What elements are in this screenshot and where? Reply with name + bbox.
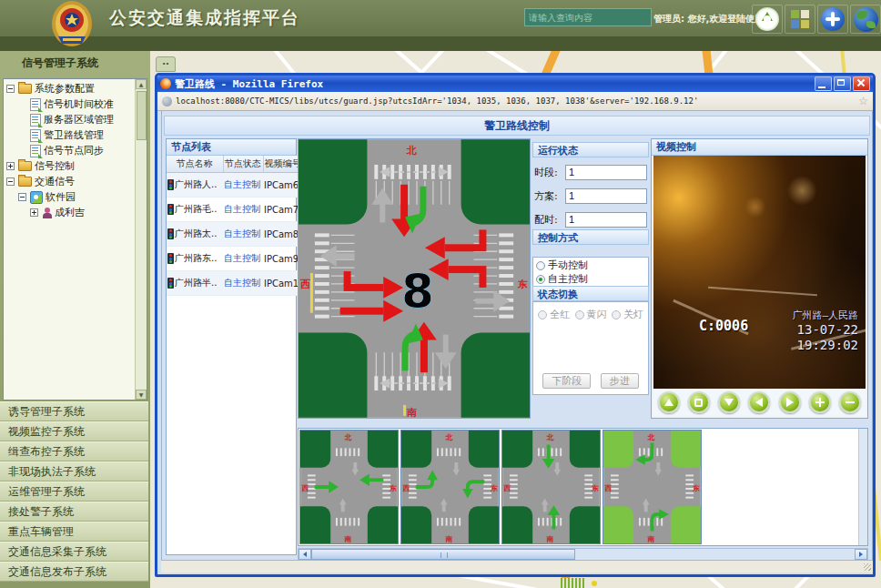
control-mode-option[interactable]: 手动控制: [536, 259, 645, 272]
node-table-body: 广州路人..自主控制IPCam6广州路毛..自主控制IPCam7广州路太..自主…: [167, 173, 298, 296]
sidebar-item-subsystem[interactable]: 重点车辆管理: [0, 522, 148, 542]
hscroll-thumb[interactable]: [311, 549, 575, 560]
ptz-zoom-out-button[interactable]: [839, 391, 861, 413]
field-label: 方案:: [534, 189, 565, 203]
thumbs-horizontal-scrollbar[interactable]: [298, 548, 868, 561]
video-feed[interactable]: C:0006 广州路—人民路 13-07-22 19:29:02: [653, 156, 866, 389]
run-status-field: 配时:: [534, 208, 647, 231]
tree-scrollbar[interactable]: ▲ ▼: [135, 79, 147, 400]
sidebar-item-subsystem[interactable]: 缉查布控子系统: [0, 441, 148, 461]
ptz-stop-button[interactable]: [688, 391, 710, 413]
sidebar-item-subsystem[interactable]: 视频监控子系统: [0, 421, 148, 441]
phase-thumbnail[interactable]: 北 南 西 东: [603, 430, 702, 544]
tree-item-app[interactable]: 软件园: [4, 189, 135, 205]
scroll-up-icon[interactable]: ▲: [136, 79, 147, 89]
minimize-button[interactable]: [815, 76, 832, 91]
sidebar-item-subsystem[interactable]: 诱导管理子系统: [0, 401, 148, 421]
table-row[interactable]: 广州路人..自主控制IPCam6: [167, 173, 298, 198]
add-icon[interactable]: [817, 5, 848, 34]
down-icon: [724, 399, 734, 406]
url-text[interactable]: localhost:8080/CTC-MICS/libs/utcs/guard.…: [176, 96, 855, 106]
ptz-zoom-in-button[interactable]: [809, 391, 831, 413]
video-id: IPCam10: [263, 271, 298, 296]
sidebar-item-subsystem[interactable]: 运维管理子系统: [0, 482, 148, 502]
col-video-id[interactable]: 视频编号: [263, 156, 298, 173]
bookmark-star-icon[interactable]: ☆: [858, 95, 868, 107]
tree-item-folder[interactable]: 系统参数配置: [4, 81, 135, 96]
ptz-right-button[interactable]: [779, 391, 801, 413]
table-row[interactable]: 广州路太..自主控制IPCam8: [167, 222, 298, 247]
col-node-status[interactable]: 节点状态: [223, 156, 263, 173]
window-titlebar[interactable]: 警卫路线 - Mozilla Firefox: [157, 76, 873, 92]
phase-step-button[interactable]: 下阶段: [542, 373, 591, 389]
scroll-down-icon[interactable]: ▼: [136, 390, 147, 400]
table-row[interactable]: 广州路毛..自主控制IPCam7: [167, 198, 298, 222]
phase-thumbnail[interactable]: 北 南 西 东: [400, 430, 500, 544]
scroll-left-icon[interactable]: [299, 549, 311, 560]
table-row[interactable]: 广州路半..自主控制IPCam10: [167, 271, 298, 296]
expand-icon[interactable]: [30, 208, 38, 217]
field-input[interactable]: [565, 188, 647, 204]
radio-disabled-icon: [538, 310, 547, 319]
camera-location-overlay: 广州路—人民路: [792, 309, 858, 322]
state-switch-option: 关灯: [612, 308, 643, 321]
close-button[interactable]: [853, 76, 870, 91]
phase-step-button[interactable]: 步进: [601, 373, 639, 389]
map-green-marker: [561, 578, 584, 588]
tree-item-doc[interactable]: 信号节点同步: [4, 143, 135, 158]
field-input[interactable]: [565, 212, 647, 228]
node-status-link[interactable]: 自主控制: [223, 173, 263, 198]
tree-item-doc[interactable]: 信号机时间校准: [4, 96, 135, 112]
ptz-down-button[interactable]: [718, 391, 740, 413]
sidebar-item-subsystem[interactable]: 非现场执法子系统: [0, 461, 148, 482]
option-label: 全红: [550, 308, 570, 321]
phase-thumbnail[interactable]: 北 南 西 东: [299, 430, 399, 544]
field-input[interactable]: [565, 165, 647, 180]
sidebar-item-subsystem[interactable]: 交通信息采集子系统: [0, 542, 148, 562]
collapse-icon[interactable]: [18, 193, 26, 201]
maximize-button[interactable]: [834, 76, 851, 91]
recycle-icon[interactable]: [752, 5, 783, 34]
expand-icon[interactable]: [6, 162, 15, 170]
tree-item-label: 信号控制: [35, 159, 75, 173]
scroll-right-icon[interactable]: [855, 549, 867, 560]
col-node-name[interactable]: 节点名称: [167, 156, 223, 173]
run-status-field: 时段:: [534, 160, 647, 184]
search-input[interactable]: [524, 8, 652, 26]
user-icon: [42, 208, 52, 218]
node-status-link[interactable]: 自主控制: [223, 247, 263, 271]
sidebar-item-subsystem[interactable]: 交通信息发布子系统: [0, 562, 148, 582]
node-status-link[interactable]: 自主控制: [223, 198, 263, 222]
ptz-up-button[interactable]: [658, 391, 680, 413]
control-mode-option[interactable]: 自主控制: [536, 272, 645, 286]
tree-scroll-thumb[interactable]: [137, 91, 147, 140]
ptz-left-button[interactable]: [748, 391, 770, 413]
sidebar-item-subsystem[interactable]: 接处警子系统: [0, 502, 148, 522]
resize-grip[interactable]: [864, 563, 871, 571]
svg-text:南: 南: [445, 535, 453, 543]
doc-icon: [30, 129, 41, 142]
collapse-icon[interactable]: [6, 177, 15, 186]
up-icon: [664, 399, 673, 406]
tree-item-doc[interactable]: 服务器区域管理: [4, 112, 135, 127]
phase-thumbnail[interactable]: 北 南 西 东: [501, 430, 601, 544]
thumbs-vertical-scrollbar[interactable]: [858, 429, 867, 545]
video-id: IPCam7: [263, 198, 298, 222]
node-status-link[interactable]: 自主控制: [223, 271, 263, 296]
tree-item-folder[interactable]: 信号控制: [4, 158, 135, 174]
radio-icon[interactable]: [536, 261, 545, 270]
tree-item-user[interactable]: 成利吉: [4, 205, 135, 220]
map-panel-collapse-tab[interactable]: ..: [156, 56, 176, 72]
svg-text:南: 南: [647, 535, 655, 543]
tree-item-doc[interactable]: 警卫路线管理: [4, 127, 135, 143]
collapse-icon[interactable]: [6, 85, 15, 93]
status-column: 运行状态 时段:方案:配时: 控制方式 手动控制自主控制 状态切换 全红黄闪关灯…: [532, 138, 649, 419]
tree-item-label: 交通信号: [35, 175, 75, 188]
apps-grid-icon[interactable]: [785, 5, 815, 34]
globe-icon[interactable]: [850, 5, 881, 34]
radio-selected-icon[interactable]: [536, 275, 545, 284]
node-status-link[interactable]: 自主控制: [223, 222, 263, 247]
tree-item-folder[interactable]: 交通信号: [4, 174, 135, 189]
table-row[interactable]: 广州路东..自主控制IPCam9: [167, 247, 298, 271]
url-bar[interactable]: localhost:8080/CTC-MICS/libs/utcs/guard.…: [157, 92, 873, 111]
